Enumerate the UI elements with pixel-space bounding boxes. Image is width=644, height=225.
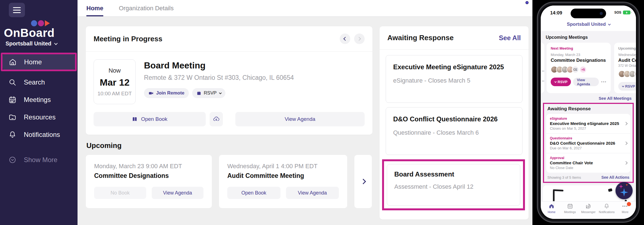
- sidebar-item-label: Meetings: [24, 96, 51, 104]
- nav-notifications[interactable]: Notifications: [597, 203, 616, 217]
- open-book-button[interactable]: Open Book: [227, 187, 280, 199]
- dashboard-content: Meeting in Progress Now Mar 12 10:00 AM …: [78, 17, 532, 219]
- item-title: D&O Conflict Questionnaire 2026: [550, 141, 622, 145]
- calendar-icon: [8, 96, 17, 104]
- phone-bottom-nav: Home Meetings Messenger Notificatio: [541, 201, 636, 219]
- nav-more[interactable]: ••• More: [616, 203, 634, 217]
- nav-meetings[interactable]: Meetings: [561, 203, 579, 217]
- see-all-actions-link[interactable]: See All Actions: [601, 175, 629, 180]
- due-date: Due on Mar 6, 2027: [550, 146, 622, 150]
- awaiting-item-esignature[interactable]: Executive Meeting eSignature 2025 eSigna…: [386, 55, 522, 103]
- nav-home[interactable]: Home: [542, 203, 561, 217]
- awaiting-item-board-assessment[interactable]: Board Assessment Assessment - Closes Apr…: [387, 164, 520, 206]
- view-agenda-button[interactable]: View Agenda: [152, 187, 204, 199]
- ai-assistant-fab[interactable]: [615, 182, 633, 199]
- phone-screen: 14:09 SOS Sportsball United: [541, 6, 636, 219]
- sketch-mark: [608, 188, 612, 192]
- chevron-down-icon: [622, 85, 624, 87]
- meeting-date: Monday, March 23: [551, 53, 607, 57]
- phone-next-meeting-card[interactable]: Next Meeting Monday, March 23 Committee …: [547, 43, 611, 93]
- phone-awaiting-item-questionnaire[interactable]: Questionnaire D&O Conflict Questionnaire…: [546, 134, 630, 153]
- category-label: eSignature: [550, 117, 622, 121]
- due-date: No Close Date: [550, 166, 622, 170]
- sos-indicator: SOS: [614, 11, 621, 14]
- open-book-button[interactable]: Open Book: [94, 112, 206, 126]
- rsvp-dropdown[interactable]: RSVP: [192, 88, 225, 98]
- upcoming-badge: Upcoming: [618, 46, 636, 50]
- org-selector[interactable]: Sportsball United: [6, 40, 57, 47]
- phone-awaiting-item-approval[interactable]: Approval Committee Chair Vote No Close D…: [546, 153, 630, 173]
- sidebar-item-meetings[interactable]: Meetings: [0, 91, 78, 108]
- category-label: Approval: [550, 156, 622, 160]
- sidebar-item-resources[interactable]: Resources: [0, 108, 78, 126]
- previous-card-sliver[interactable]: •• ••: [541, 43, 544, 93]
- org-name: Sportsball United: [6, 40, 51, 47]
- sidebar: OnBoard Sportsball United Home Search Me…: [0, 0, 78, 225]
- ellipsis-icon: ••: [542, 79, 545, 83]
- tab-organization-details[interactable]: Organization Details: [119, 0, 174, 16]
- view-agenda-button[interactable]: View Agenda: [573, 78, 599, 86]
- chevron-down-icon: [608, 23, 611, 25]
- folder-icon: [8, 113, 17, 121]
- rsvp-button[interactable]: RSVP: [618, 82, 636, 91]
- upcoming-meeting-card[interactable]: Monday, March 23 9:00 AM EDT Committee D…: [86, 155, 212, 208]
- calendar-icon: [567, 203, 573, 209]
- download-book-button[interactable]: [210, 112, 223, 126]
- upcoming-meeting-card[interactable]: Wednesday, April 1 4:00 PM EDT Audit Com…: [219, 155, 347, 208]
- phone-content: Upcoming Meetings •• •• Next Meeting Mon…: [541, 35, 636, 219]
- nav-messenger[interactable]: Messenger: [579, 203, 597, 217]
- chevron-right-icon: [624, 161, 628, 165]
- sidebar-item-notifications[interactable]: Notifications: [0, 126, 78, 143]
- phone-meeting-carousel: •• •• Next Meeting Monday, March 23 Comm…: [541, 43, 636, 93]
- more-options-icon[interactable]: •••: [601, 80, 607, 84]
- meeting-title: Audit Cor: [618, 58, 636, 63]
- main-area: Home Organization Details Meeting in Pro…: [78, 0, 532, 225]
- video-camera-icon: [148, 91, 154, 96]
- chevron-right-icon: [624, 142, 628, 145]
- phone-mockup-backdrop: 14:09 SOS Sportsball United: [532, 0, 644, 225]
- sidebar-item-search[interactable]: Search: [0, 73, 78, 91]
- hamburger-menu-icon[interactable]: [9, 3, 25, 17]
- app-name: OnBoard: [4, 27, 50, 39]
- next-meeting-badge: Next Meeting: [551, 46, 607, 50]
- showing-count: Showing 3 of 5 Items: [547, 175, 581, 180]
- see-all-meetings-link[interactable]: See All Meetings: [541, 96, 632, 101]
- upcoming-meeting-datetime: Wednesday, April 1 4:00 PM EDT: [227, 163, 339, 170]
- no-book-button: No Book: [94, 187, 146, 199]
- chevron-down-icon: [219, 91, 222, 94]
- see-all-link[interactable]: See All: [499, 34, 521, 42]
- attendee-avatars: CE +5: [551, 66, 607, 73]
- chevron-left-icon: [343, 37, 347, 41]
- phone-upcoming-meeting-card[interactable]: Upcoming Wednesday, A Audit Cor 372 W On…: [614, 43, 636, 93]
- meeting-location: Remote & 372 W Ontario St #303, Chicago,…: [144, 74, 294, 81]
- upcoming-section-title: Upcoming: [86, 141, 372, 150]
- right-column: Awaiting Response See All Executive Meet…: [380, 26, 529, 219]
- join-remote-button[interactable]: Join Remote: [144, 88, 189, 98]
- view-agenda-button[interactable]: View Agenda: [235, 112, 365, 126]
- onboard-logo: OnBoard: [4, 20, 50, 39]
- upcoming-scroll-next-button[interactable]: [354, 155, 372, 208]
- tab-home[interactable]: Home: [86, 0, 103, 16]
- phone-status-bar: 14:09 SOS: [541, 6, 636, 21]
- camera-icon: [600, 12, 603, 15]
- chevron-down-icon: [54, 42, 58, 45]
- board-assessment-annotation-highlight: Board Assessment Assessment - Closes Apr…: [382, 159, 525, 210]
- awaiting-item-questionnaire[interactable]: D&O Conflict Questionnaire 2026 Question…: [386, 107, 522, 155]
- avatar-initials: CE: [572, 66, 579, 73]
- carousel-prev-button[interactable]: [340, 34, 350, 44]
- rsvp-button[interactable]: RSVP: [551, 78, 571, 86]
- upcoming-cards-row: Monday, March 23 9:00 AM EDT Committee D…: [86, 155, 372, 208]
- upcoming-meeting-title: Audit Committee Meeting: [227, 172, 339, 180]
- meeting-date-box: Now Mar 12 10:00 AM EDT: [94, 59, 136, 104]
- sidebar-item-show-more[interactable]: Show More: [0, 151, 78, 168]
- upcoming-meeting-datetime: Monday, March 23 9:00 AM EDT: [94, 163, 203, 170]
- phone-upcoming-meetings-title: Upcoming Meetings: [546, 35, 636, 40]
- notification-badge: [627, 202, 631, 206]
- view-agenda-button[interactable]: View Agenda: [286, 187, 339, 199]
- carousel-next-button[interactable]: [354, 34, 365, 44]
- phone-org-selector[interactable]: Sportsball United: [567, 22, 610, 27]
- chevron-right-icon: [357, 37, 361, 41]
- sidebar-item-home[interactable]: Home: [2, 54, 75, 70]
- phone-awaiting-list: eSignature Executive Meeting eSignature …: [546, 114, 630, 173]
- phone-awaiting-item-esignature[interactable]: eSignature Executive Meeting eSignature …: [546, 114, 630, 134]
